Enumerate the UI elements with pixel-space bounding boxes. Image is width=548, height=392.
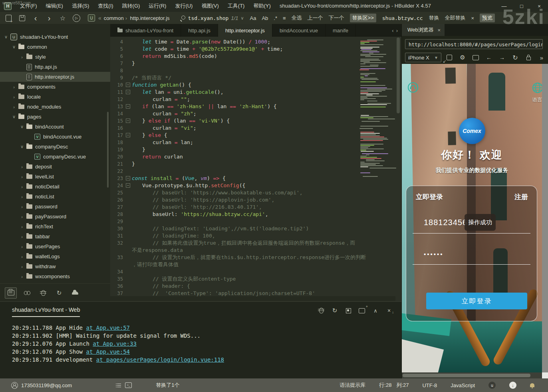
fold-marker-icon[interactable] (125, 117, 132, 125)
clear-button[interactable] (384, 307, 394, 315)
device-select[interactable]: iPhone X ▼ (405, 53, 441, 62)
tree-expander-icon[interactable]: ∨ (19, 124, 25, 129)
tree-expander-icon[interactable]: › (19, 174, 25, 179)
editor-vertical-scrollbar[interactable] (396, 38, 400, 299)
scrollbar-thumb[interactable] (397, 38, 400, 113)
encoding-label[interactable]: UTF-8 (422, 382, 437, 388)
code-editor[interactable]: 4let time = Date.parse(new Date()) / 100… (110, 37, 401, 301)
tree-item[interactable]: VbindAccount.vue (0, 132, 110, 142)
editor-tab[interactable]: shuadan-LvYou-front (110, 24, 181, 37)
menu-item[interactable]: 运行(R) (144, 0, 171, 12)
search-control[interactable]: × (471, 15, 475, 21)
breadcrumb-item[interactable]: common (104, 15, 124, 21)
favorite-button[interactable] (58, 14, 68, 22)
menu-item[interactable]: 编辑(E) (42, 0, 68, 12)
tree-item[interactable]: ›wxcomponents (0, 271, 110, 281)
log-source-link[interactable]: at pages/userPages/login/login.vue:118 (96, 356, 224, 363)
u-badge-icon[interactable]: u (488, 382, 496, 389)
more-button[interactable] (536, 53, 547, 62)
search-control[interactable]: 下一个 (329, 14, 344, 22)
syntax-lib-label[interactable]: 语法提示库 (340, 382, 365, 389)
tab-scroll-arrows[interactable]: ‹› (391, 24, 401, 37)
browser-horizontal-scrollbar[interactable] (402, 372, 542, 378)
tree-item[interactable]: ∨companyDesc (0, 142, 110, 152)
search-query[interactable]: tsd.xyan.shop (188, 15, 229, 21)
popout-button[interactable] (444, 53, 455, 62)
tree-expander-icon[interactable]: › (11, 95, 17, 99)
nav-forward-button[interactable]: › (44, 14, 54, 22)
lock-button[interactable] (523, 53, 534, 62)
termplus-button[interactable] (357, 307, 367, 315)
cursor-col[interactable]: 列:27 (396, 382, 409, 389)
console-tab[interactable]: shuadan-LvYou-front - Web (12, 307, 80, 317)
sidebar-scrollbar[interactable] (107, 112, 109, 188)
tree-item[interactable]: ›noticList (0, 192, 110, 202)
breadcrumb[interactable]: commonhttp.interceptor.js (103, 15, 171, 21)
scrollbar-thumb[interactable] (403, 374, 530, 377)
new-file-button[interactable] (3, 14, 14, 22)
tree-expander-icon[interactable]: › (19, 264, 25, 269)
tree-item[interactable]: ›style (0, 52, 110, 62)
browser-tab[interactable]: Web浏览器 × (402, 24, 445, 36)
tree-item[interactable]: ›components (0, 82, 110, 92)
gear-button[interactable] (457, 53, 468, 62)
search-control[interactable]: 替换区>> (350, 14, 376, 22)
search-control[interactable]: .* (274, 15, 277, 21)
bug-button[interactable] (316, 307, 326, 315)
update-download-icon[interactable]: ↓ (509, 382, 516, 389)
search-control[interactable]: Ab (262, 15, 268, 21)
tree-item[interactable]: ›levelList (0, 172, 110, 182)
editor-tab[interactable]: manife (326, 24, 356, 37)
log-source-link[interactable]: at App.vue:57 (86, 325, 130, 331)
replace-value[interactable]: shua.btzyw.cc (382, 15, 423, 21)
tree-expander-icon[interactable]: › (11, 85, 17, 89)
search-control[interactable]: ≡ (283, 15, 286, 21)
close-icon[interactable]: × (438, 27, 441, 33)
menu-item[interactable]: 视图(V) (197, 0, 223, 12)
log-source-link[interactable]: at App.vue:33 (93, 341, 137, 347)
fold-marker-icon[interactable] (125, 81, 132, 89)
tree-expander-icon[interactable]: › (19, 224, 25, 229)
tree-expander-icon[interactable]: ∨ (11, 114, 17, 119)
restart-button[interactable] (330, 307, 340, 315)
save-button[interactable] (17, 14, 27, 22)
breadcrumb-item[interactable]: http.interceptor.js (125, 15, 170, 21)
tree-item[interactable]: ›richText (0, 222, 110, 232)
back2-button[interactable] (484, 53, 494, 62)
run-button[interactable] (71, 14, 81, 22)
tree-item[interactable]: ›password (0, 202, 110, 212)
search-control[interactable]: 上一个 (308, 14, 323, 22)
tree-item[interactable]: ›noticDetail (0, 182, 110, 192)
editor-tab[interactable]: http.api.js (181, 24, 218, 37)
cloud-view-button[interactable] (69, 288, 81, 298)
fold-marker-icon[interactable] (125, 89, 132, 96)
stop-button[interactable] (343, 307, 353, 315)
login-button[interactable]: 立即登录 (426, 293, 527, 309)
terminal-icon[interactable]: >_ (125, 382, 132, 388)
fold-marker-icon[interactable] (125, 103, 132, 110)
files-view-button[interactable] (5, 287, 17, 299)
fold-marker-icon[interactable] (125, 132, 132, 139)
search-dropdown-icon[interactable]: ∨ (240, 16, 244, 21)
tree-item[interactable]: ›payPassword (0, 212, 110, 222)
editor-tab[interactable]: http.interceptor.js (218, 24, 272, 37)
tree-expander-icon[interactable]: › (19, 194, 25, 199)
binoc-view-button[interactable] (22, 288, 33, 298)
tab-scroll-right-icon[interactable]: › (396, 28, 398, 34)
bug-view-button[interactable] (38, 288, 49, 298)
tree-item[interactable]: ∨Ushuadan-LvYou-front (0, 32, 110, 42)
menu-item[interactable]: 帮助(Y) (249, 0, 275, 12)
reload-button[interactable] (510, 53, 520, 62)
register-link[interactable]: 注册 (514, 192, 528, 202)
search-control[interactable]: 全部替换 (445, 14, 466, 22)
tab-scroll-left-icon[interactable]: ‹ (392, 28, 393, 34)
tree-item[interactable]: ∨pages (0, 112, 110, 122)
nav-back-button[interactable]: ‹ (30, 14, 41, 22)
task-list-icon[interactable] (116, 383, 121, 388)
notification-bell-icon[interactable] (530, 383, 534, 387)
tree-item[interactable]: ›userPages (0, 242, 110, 251)
menu-item[interactable]: 发行(U) (171, 0, 197, 12)
search-control[interactable]: Aa (250, 15, 256, 21)
menu-item[interactable]: 工具(T) (223, 0, 249, 12)
cursor-line[interactable]: 行:28 (379, 382, 391, 389)
